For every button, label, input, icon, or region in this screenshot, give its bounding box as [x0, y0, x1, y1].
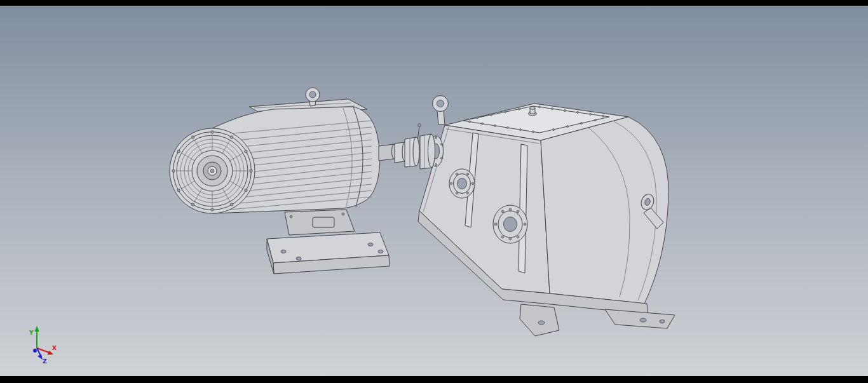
motor-front-face[interactable] [170, 128, 255, 213]
x-axis-label: X [52, 345, 57, 351]
z-axis-label: Z [43, 358, 47, 365]
gearbox-bearing-port-mid[interactable] [449, 169, 475, 198]
letterbox-bottom [0, 376, 868, 383]
letterbox-top [0, 0, 868, 6]
triad-origin-dot [33, 349, 37, 353]
cad-viewport[interactable]: Y X Z [0, 0, 868, 383]
gearbox-bearing-port-low[interactable] [493, 205, 527, 243]
y-axis-label: Y [29, 330, 34, 336]
